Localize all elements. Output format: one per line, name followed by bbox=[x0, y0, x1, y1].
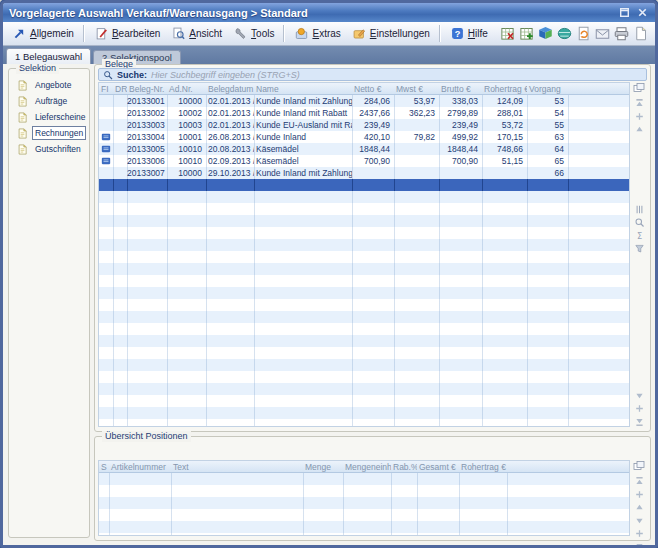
column-chooser-icon[interactable] bbox=[633, 82, 645, 94]
table-row[interactable]: 20133004 10001 26.08.2013 /Mo Kunde Inla… bbox=[99, 131, 629, 143]
menu-item-hilfe[interactable]: ? Hilfe bbox=[445, 25, 494, 42]
column-header-mengeneinheit[interactable]: Mengeneinheit bbox=[343, 462, 391, 472]
cell-netto: 700,90 bbox=[352, 156, 394, 167]
search-input[interactable]: Hier Suchbegriff eingeben (STRG+S) bbox=[151, 70, 642, 80]
column-header-netto[interactable]: Netto € ▼ bbox=[352, 84, 394, 94]
menu-item-bearbeiten[interactable]: Bearbeiten bbox=[89, 25, 166, 42]
empty-row[interactable] bbox=[99, 509, 629, 521]
menu-item-ansicht[interactable]: Ansicht bbox=[166, 25, 228, 42]
column-header-text[interactable]: Text bbox=[171, 462, 303, 472]
table-row[interactable]: 20133001 10000 02.01.2013 /Mi Kunde Inla… bbox=[99, 95, 629, 107]
page-refresh-icon[interactable] bbox=[576, 26, 591, 41]
column-header-fi[interactable]: FI ▼ bbox=[99, 84, 113, 94]
sidebar-item-auftrage[interactable]: Aufträge bbox=[17, 95, 89, 107]
empty-row[interactable] bbox=[99, 251, 629, 263]
column-header-menge[interactable]: Menge bbox=[303, 462, 343, 472]
scroll-top-icon[interactable] bbox=[634, 98, 645, 109]
insert-icon[interactable] bbox=[634, 403, 645, 414]
menu-item-tools[interactable]: Tools bbox=[228, 25, 284, 42]
empty-row[interactable] bbox=[99, 299, 629, 311]
empty-row[interactable] bbox=[99, 395, 629, 407]
sum-icon[interactable]: Σ bbox=[634, 230, 645, 241]
table-row[interactable]: 20133006 10010 02.09.2013 /Mo Käsemädel … bbox=[99, 155, 629, 167]
menu-item-extras[interactable]: Extras bbox=[289, 25, 346, 42]
table-green-icon[interactable] bbox=[519, 26, 534, 41]
cube-icon[interactable] bbox=[538, 26, 553, 41]
insert-icon[interactable] bbox=[634, 489, 645, 500]
table-row[interactable]: 20133002 10002 02.01.2013 /Mi Kunde Inla… bbox=[99, 107, 629, 119]
sidebar-item-angebote[interactable]: Angebote bbox=[17, 79, 89, 91]
cell-vorgang: 54 bbox=[527, 108, 568, 119]
mail-icon[interactable] bbox=[595, 26, 610, 41]
empty-row[interactable] bbox=[99, 275, 629, 287]
empty-row[interactable] bbox=[99, 359, 629, 371]
empty-row[interactable] bbox=[99, 239, 629, 251]
empty-row[interactable] bbox=[99, 191, 629, 203]
empty-row[interactable] bbox=[99, 407, 629, 419]
empty-row[interactable] bbox=[99, 419, 629, 426]
column-header-s[interactable]: S bbox=[99, 462, 109, 472]
column-header-rohertrag[interactable]: Rohertrag € bbox=[459, 462, 507, 472]
empty-row[interactable] bbox=[99, 497, 629, 509]
column-header-belegdatum[interactable]: Belegdatum ▼ bbox=[206, 84, 254, 94]
sidebar-item-lieferscheine[interactable]: Lieferscheine bbox=[17, 111, 89, 123]
column-header-ad-nr[interactable]: Ad.Nr. ▼ bbox=[167, 84, 206, 94]
filter-icon[interactable] bbox=[634, 243, 645, 254]
tab-1-belegauswahl[interactable]: 1 Belegauswahl bbox=[6, 48, 91, 64]
scroll-top-icon[interactable] bbox=[634, 476, 645, 487]
menu-item-einstellungen[interactable]: Einstellungen bbox=[347, 25, 440, 42]
column-header-dr[interactable]: DR ▼ bbox=[113, 84, 127, 94]
scroll-down-icon[interactable] bbox=[634, 390, 645, 401]
insert-icon[interactable] bbox=[634, 111, 645, 122]
empty-row[interactable] bbox=[99, 203, 629, 215]
empty-row[interactable] bbox=[99, 533, 629, 535]
window-button-close[interactable] bbox=[635, 6, 649, 19]
empty-row[interactable] bbox=[99, 287, 629, 299]
empty-row[interactable] bbox=[99, 323, 629, 335]
column-header-rab[interactable]: Rab.% bbox=[391, 462, 417, 472]
printer-icon[interactable] bbox=[614, 26, 629, 41]
table-row[interactable]: 20133005 10010 20.08.2013 /Di Käsemädel … bbox=[99, 143, 629, 155]
insert-icon[interactable] bbox=[634, 528, 645, 539]
selected-row[interactable] bbox=[99, 179, 629, 191]
menu-item-allgemein[interactable]: Allgemein bbox=[7, 25, 84, 42]
table-row[interactable]: 20133003 10003 02.01.2013 /Mi Kunde EU-A… bbox=[99, 119, 629, 131]
zoom-icon[interactable] bbox=[634, 217, 645, 228]
column-header-rohertrag[interactable]: Rohertrag € ▼ bbox=[482, 84, 527, 94]
scroll-up-icon[interactable] bbox=[634, 124, 645, 135]
table-row[interactable]: 20133007 10000 29.10.2013 /Di Kunde Inla… bbox=[99, 167, 629, 179]
belege-group: Belege Suche: Hier Suchbegriff eingeben … bbox=[94, 64, 651, 432]
empty-row[interactable] bbox=[99, 227, 629, 239]
scroll-up-icon[interactable] bbox=[634, 502, 645, 513]
scroll-bottom-icon[interactable] bbox=[634, 541, 645, 548]
column-header-beleg-nr[interactable]: Beleg-Nr. ▼ bbox=[127, 84, 167, 94]
empty-row[interactable] bbox=[99, 347, 629, 359]
list-icon[interactable] bbox=[634, 204, 645, 215]
column-header-name[interactable]: Name ▼ bbox=[254, 84, 352, 94]
column-header-brutto[interactable]: Brutto € ▼ bbox=[439, 84, 482, 94]
scroll-down-icon[interactable] bbox=[634, 515, 645, 526]
empty-row[interactable] bbox=[99, 335, 629, 347]
table-red-icon[interactable] bbox=[500, 26, 515, 41]
empty-row[interactable] bbox=[99, 215, 629, 227]
new-page-icon[interactable] bbox=[633, 26, 648, 41]
empty-row[interactable] bbox=[99, 263, 629, 275]
column-header-artikelnummer[interactable]: Artikelnummer bbox=[109, 462, 171, 472]
sidebar-item-gutschriften[interactable]: Gutschriften bbox=[17, 143, 89, 155]
empty-row[interactable] bbox=[99, 521, 629, 533]
window-button-restore[interactable] bbox=[617, 6, 631, 19]
column-header-vorgang[interactable]: Vorgang ▼ bbox=[527, 84, 568, 94]
empty-row[interactable] bbox=[99, 311, 629, 323]
empty-row[interactable] bbox=[99, 473, 629, 485]
cell-name: Kunde Inland mit Zahlungskondition bbox=[254, 168, 352, 179]
empty-row[interactable] bbox=[99, 485, 629, 497]
globe-icon[interactable] bbox=[557, 26, 572, 41]
column-header-gesamt[interactable]: Gesamt € bbox=[417, 462, 459, 472]
column-chooser-icon[interactable] bbox=[633, 460, 645, 472]
empty-row[interactable] bbox=[99, 383, 629, 395]
scroll-bottom-icon[interactable] bbox=[634, 416, 645, 427]
column-header-mwst[interactable]: Mwst € ▼ bbox=[394, 84, 439, 94]
sidebar-item-rechnungen[interactable]: Rechnungen bbox=[17, 127, 89, 139]
cell-rohertrag: 170,15 bbox=[482, 132, 527, 143]
empty-row[interactable] bbox=[99, 371, 629, 383]
